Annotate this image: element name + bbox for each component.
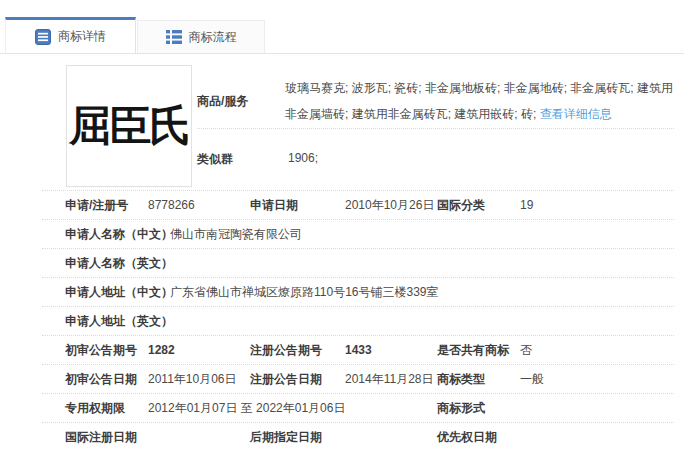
goods-divider bbox=[197, 128, 674, 129]
similar-group-value: 1906; bbox=[288, 151, 318, 165]
details-table: 申请/注册号 8778266 申请日期 2010年10月26日 国际分类 19 … bbox=[42, 191, 674, 449]
row-application-number: 申请/注册号 8778266 申请日期 2010年10月26日 国际分类 19 bbox=[42, 191, 674, 220]
trademark-text: 屈臣氏 bbox=[69, 98, 189, 154]
document-icon bbox=[35, 29, 51, 45]
field-value: 否 bbox=[520, 336, 532, 364]
trademark-detail-page: 商标详情 商标流程 屈臣氏 商品/服务 玻璃马赛克; 波形瓦; 瓷砖; 非金属地… bbox=[0, 0, 684, 449]
field-label: 优先权日期 bbox=[437, 423, 497, 449]
row-applicant-name-cn: 申请人名称（中文） 佛山市南冠陶瓷有限公司 bbox=[42, 220, 674, 249]
field-value: 19 bbox=[520, 191, 533, 219]
tab-trademark-details[interactable]: 商标详情 bbox=[5, 17, 136, 53]
field-value: 1433 bbox=[345, 336, 372, 364]
list-icon bbox=[166, 30, 182, 44]
row-international-dates: 国际注册日期 后期指定日期 优先权日期 bbox=[42, 423, 674, 449]
field-label: 注册公告日期 bbox=[250, 365, 322, 393]
field-value: 1282 bbox=[148, 336, 175, 364]
tab-label: 商标详情 bbox=[58, 28, 106, 45]
goods-services-label: 商品/服务 bbox=[197, 93, 248, 110]
tab-trademark-process[interactable]: 商标流程 bbox=[137, 20, 265, 53]
field-label: 商标类型 bbox=[437, 365, 485, 393]
field-label: 后期指定日期 bbox=[250, 423, 322, 449]
field-label: 初审公告日期 bbox=[65, 365, 137, 393]
field-value: 2011年10月06日 bbox=[148, 365, 237, 393]
row-exclusive-period: 专用权期限 2012年01月07日 至 2022年01月06日 商标形式 bbox=[42, 394, 674, 423]
row-applicant-addr-cn: 申请人地址（中文） 广东省佛山市禅城区燎原路110号16号铺三楼339室 bbox=[42, 278, 674, 307]
row-applicant-addr-en: 申请人地址（英文） bbox=[42, 307, 674, 336]
field-label: 申请人名称（中文） bbox=[65, 220, 173, 248]
field-value: 8778266 bbox=[148, 191, 195, 219]
field-label: 申请人地址（英文） bbox=[65, 307, 173, 335]
field-value: 广东省佛山市禅城区燎原路110号16号铺三楼339室 bbox=[170, 278, 439, 306]
tabbar-divider bbox=[0, 53, 684, 54]
field-label: 申请日期 bbox=[250, 191, 298, 219]
trademark-image: 屈臣氏 bbox=[66, 65, 192, 187]
field-label: 国际分类 bbox=[437, 191, 485, 219]
field-label: 国际注册日期 bbox=[65, 423, 137, 449]
field-label: 专用权期限 bbox=[65, 394, 125, 422]
field-label: 初审公告期号 bbox=[65, 336, 137, 364]
tab-label: 商标流程 bbox=[189, 29, 237, 46]
field-label: 注册公告期号 bbox=[250, 336, 322, 364]
field-label: 申请人名称（英文） bbox=[65, 249, 173, 277]
view-details-link[interactable]: 查看详细信息 bbox=[540, 107, 612, 121]
field-value: 2012年01月07日 至 2022年01月06日 bbox=[148, 394, 345, 422]
field-value: 一般 bbox=[520, 365, 544, 393]
row-gazette-dates: 初审公告日期 2011年10月06日 注册公告日期 2014年11月28日 商标… bbox=[42, 365, 674, 394]
field-value: 2014年11月28日 bbox=[345, 365, 434, 393]
field-label: 是否共有商标 bbox=[437, 336, 509, 364]
field-value: 佛山市南冠陶瓷有限公司 bbox=[170, 220, 302, 248]
goods-services-text: 玻璃马赛克; 波形瓦; 瓷砖; 非金属地板砖; 非金属地砖; 非金属砖瓦; 建筑… bbox=[285, 81, 673, 121]
goods-services-value: 玻璃马赛克; 波形瓦; 瓷砖; 非金属地板砖; 非金属地砖; 非金属砖瓦; 建筑… bbox=[285, 75, 675, 127]
field-value: 2010年10月26日 bbox=[345, 191, 434, 219]
row-gazette-numbers: 初审公告期号 1282 注册公告期号 1433 是否共有商标 否 bbox=[42, 336, 674, 365]
field-label: 申请/注册号 bbox=[65, 191, 128, 219]
row-applicant-name-en: 申请人名称（英文） bbox=[42, 249, 674, 278]
field-label: 申请人地址（中文） bbox=[65, 278, 173, 306]
field-label: 商标形式 bbox=[437, 394, 485, 422]
similar-group-label: 类似群 bbox=[197, 151, 233, 168]
